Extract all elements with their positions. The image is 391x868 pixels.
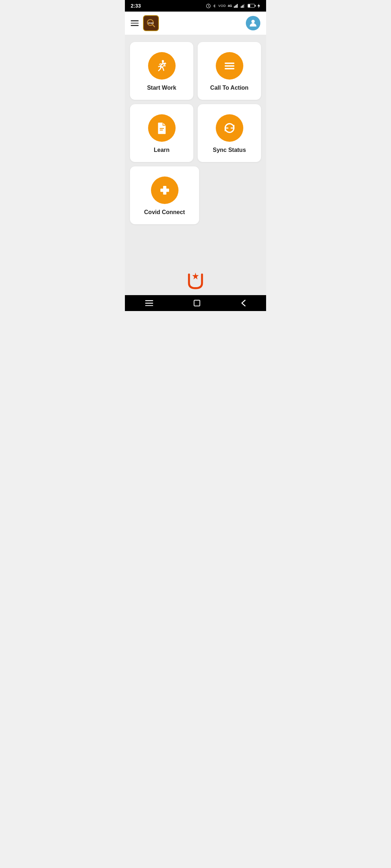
svg-rect-7 — [243, 5, 244, 8]
svg-point-16 — [251, 20, 255, 23]
call-to-action-label: Call To Action — [210, 85, 249, 91]
svg-rect-4 — [237, 4, 237, 8]
covid-connect-label: Covid Connect — [144, 209, 185, 216]
run-icon — [155, 59, 168, 72]
call-to-action-card[interactable]: Call To Action — [198, 42, 261, 100]
svg-point-18 — [162, 60, 164, 62]
svg-rect-28 — [145, 303, 153, 304]
svg-rect-11 — [248, 4, 250, 7]
svg-rect-25 — [163, 186, 166, 195]
bottom-logo-area — [125, 265, 266, 295]
status-time: 2:33 — [131, 3, 141, 9]
app-bar: dram — [125, 12, 266, 35]
call-to-action-icon-circle — [216, 52, 243, 80]
svg-rect-5 — [241, 6, 241, 8]
svg-rect-8 — [244, 4, 244, 8]
start-work-label: Start Work — [147, 85, 176, 91]
svg-rect-27 — [145, 300, 153, 301]
svg-rect-3 — [236, 5, 237, 8]
app-logo[interactable]: dram — [143, 15, 159, 31]
svg-rect-6 — [242, 5, 243, 8]
grid-row-1: Start Work Call To Action — [130, 42, 261, 100]
covid-connect-icon-circle — [151, 176, 178, 204]
svg-rect-30 — [194, 300, 200, 306]
grid-row-3: Covid Connect — [130, 166, 261, 224]
svg-rect-22 — [160, 128, 164, 129]
avatar[interactable] — [246, 16, 260, 30]
nav-bar — [125, 295, 266, 311]
sync-icon — [223, 122, 236, 135]
svg-rect-19 — [224, 63, 234, 64]
app-bar-left: dram — [131, 15, 159, 31]
svg-rect-21 — [224, 68, 234, 69]
learn-icon-circle — [148, 114, 176, 142]
svg-rect-2 — [235, 5, 236, 8]
status-icons: VOD 4G — [206, 4, 260, 8]
svg-rect-29 — [145, 305, 153, 306]
main-spacer — [130, 229, 261, 260]
sync-status-label: Sync Status — [213, 147, 246, 153]
start-work-icon-circle — [148, 52, 176, 80]
svg-rect-20 — [224, 65, 234, 67]
bottom-logo — [186, 271, 205, 291]
learn-card[interactable]: Learn — [130, 104, 193, 162]
plus-icon — [158, 184, 171, 197]
status-bar: 2:33 VOD 4G — [125, 0, 266, 12]
grid-row-2: Learn Sync Status — [130, 104, 261, 162]
sync-status-card[interactable]: Sync Status — [198, 104, 261, 162]
empty-cell — [203, 166, 261, 224]
learn-label: Learn — [154, 147, 170, 153]
svg-text:dram: dram — [148, 22, 154, 24]
hamburger-menu-button[interactable] — [131, 20, 139, 26]
nav-menu-button[interactable] — [136, 297, 162, 309]
nav-back-button[interactable] — [232, 297, 255, 310]
svg-rect-23 — [160, 130, 163, 131]
svg-marker-26 — [192, 273, 199, 280]
svg-rect-10 — [255, 5, 256, 7]
list-icon — [223, 59, 236, 72]
svg-rect-1 — [234, 6, 235, 8]
covid-connect-card[interactable]: Covid Connect — [130, 166, 199, 224]
nav-home-button[interactable] — [185, 297, 209, 310]
sync-status-icon-circle — [216, 114, 243, 142]
document-icon — [155, 122, 168, 135]
start-work-card[interactable]: Start Work — [130, 42, 193, 100]
main-content: Start Work Call To Action — [125, 35, 266, 265]
